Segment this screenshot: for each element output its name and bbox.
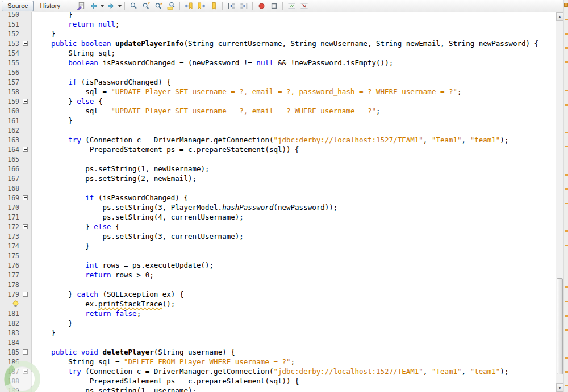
navigate-forward-dropdown[interactable]: [117, 1, 122, 11]
code-line[interactable]: }: [34, 318, 556, 328]
navigate-back-button[interactable]: [87, 1, 99, 11]
warning-mark[interactable]: [565, 19, 568, 20]
find-next-occurrence-button[interactable]: [140, 1, 152, 11]
tab-source[interactable]: Source: [2, 1, 34, 11]
code-line[interactable]: boolean isPasswordChanged = (newPassword…: [34, 58, 556, 68]
fold-collapse-icon[interactable]: [23, 147, 28, 152]
next-bookmark-button[interactable]: [195, 1, 207, 11]
code-editor[interactable]: 1501511521531541551561571581591601611621…: [0, 12, 556, 392]
warning-mark[interactable]: [565, 104, 568, 106]
code-line[interactable]: try (Connection c = DriverManager.getCon…: [34, 135, 556, 145]
gutter-row: 177: [0, 270, 31, 280]
jump-to-last-edit-button[interactable]: [74, 1, 87, 11]
code-line[interactable]: return false;: [34, 309, 556, 318]
code-line[interactable]: int rows = ps.executeUpdate();: [34, 260, 556, 270]
code-line[interactable]: return null;: [34, 19, 556, 29]
warning-mark[interactable]: [565, 33, 568, 35]
arrow-left-icon: [89, 2, 98, 10]
code-line[interactable]: sql = "UPDATE Player SET username = ?, e…: [34, 106, 556, 116]
line-number: 178: [0, 281, 19, 289]
code-line[interactable]: ps.setString(4, currentUsername);: [34, 212, 556, 222]
warning-mark[interactable]: [565, 371, 568, 373]
code-line[interactable]: ex.printStackTrace();: [34, 299, 556, 309]
comment-lines-button[interactable]: [285, 1, 298, 11]
shift-line-left-button[interactable]: [225, 1, 237, 11]
code-line[interactable]: }: [34, 29, 556, 39]
error-stripe-status-icon[interactable]: [564, 3, 568, 7]
fold-collapse-icon[interactable]: [23, 41, 28, 46]
code-line[interactable]: public void deletePlayer(String username…: [34, 347, 556, 357]
navigate-back-dropdown[interactable]: [99, 1, 105, 11]
warning-mark[interactable]: [565, 146, 568, 147]
scroll-down-button[interactable]: ▼: [556, 383, 563, 392]
code-line[interactable]: [34, 338, 556, 347]
fold-collapse-icon[interactable]: [23, 99, 28, 104]
code-line[interactable]: ps.setString(3, PlayerModel.hashPassword…: [34, 203, 556, 212]
code-line[interactable]: [34, 183, 556, 193]
find-selection-button[interactable]: [127, 1, 140, 11]
warning-mark[interactable]: [565, 357, 568, 359]
warning-mark[interactable]: [565, 47, 568, 49]
warning-mark[interactable]: [565, 90, 568, 91]
line-number: 161: [0, 117, 19, 125]
warning-mark[interactable]: [565, 188, 568, 190]
warning-mark[interactable]: [565, 61, 568, 63]
code-line[interactable]: [34, 125, 556, 135]
start-macro-recording-button[interactable]: [255, 1, 268, 11]
warning-mark[interactable]: [565, 329, 568, 331]
code-line[interactable]: if (isPasswordChanged) {: [34, 193, 556, 203]
code-line[interactable]: PreparedStatement ps = c.prepareStatemen…: [34, 376, 556, 386]
code-line[interactable]: if (isPasswordChanged) {: [34, 77, 556, 87]
code-line[interactable]: [34, 154, 556, 164]
stop-macro-recording-button[interactable]: [268, 1, 280, 11]
code-line[interactable]: ps.setString(3, currentUsername);: [34, 231, 556, 241]
code-line[interactable]: return rows > 0;: [34, 270, 556, 280]
warning-mark[interactable]: [565, 286, 568, 288]
code-line[interactable]: try (Connection c = DriverManager.getCon…: [34, 366, 556, 376]
warning-mark[interactable]: [565, 230, 568, 232]
warning-mark[interactable]: [565, 203, 568, 204]
warning-mark[interactable]: [565, 315, 568, 317]
code-line[interactable]: [34, 251, 556, 260]
code-line[interactable]: }: [34, 241, 556, 251]
toggle-highlight-search-button[interactable]: [165, 1, 177, 11]
previous-bookmark-button[interactable]: [182, 1, 195, 11]
navigate-forward-button[interactable]: [105, 1, 117, 11]
find-previous-occurrence-button[interactable]: [152, 1, 165, 11]
scrollbar-thumb[interactable]: [557, 278, 563, 374]
tab-history[interactable]: History: [34, 1, 66, 11]
warning-mark[interactable]: [565, 174, 568, 176]
code-line[interactable]: }: [34, 12, 556, 19]
code-line[interactable]: } else {: [34, 222, 556, 231]
uncomment-lines-button[interactable]: [298, 1, 310, 11]
fold-collapse-icon[interactable]: [23, 292, 28, 297]
code-line[interactable]: }: [34, 116, 556, 125]
code-line[interactable]: ps.setString(1, username);: [34, 386, 556, 392]
fold-collapse-icon[interactable]: [23, 349, 28, 355]
code-line[interactable]: } catch (SQLException ex) {: [34, 289, 556, 299]
warning-mark[interactable]: [565, 301, 568, 302]
warning-mark[interactable]: [565, 385, 568, 386]
code-line[interactable]: public boolean updatePlayerInfo(String c…: [34, 39, 556, 48]
code-line[interactable]: [34, 68, 556, 77]
code-line[interactable]: [34, 280, 556, 289]
toggle-bookmark-button[interactable]: [207, 1, 220, 11]
fold-collapse-icon[interactable]: [23, 369, 28, 374]
code-line[interactable]: } else {: [34, 96, 556, 106]
shift-line-right-button[interactable]: [237, 1, 250, 11]
code-line[interactable]: }: [34, 328, 556, 338]
code-line[interactable]: ps.setString(1, newUsername);: [34, 164, 556, 174]
scroll-up-button[interactable]: ▲: [556, 12, 563, 21]
vertical-scrollbar[interactable]: ▲ ▼: [556, 12, 563, 392]
code-line[interactable]: sql = "UPDATE Player SET username = ?, e…: [34, 87, 556, 96]
code-line[interactable]: String sql = "DELETE FROM Player WHERE u…: [34, 357, 556, 366]
warning-mark[interactable]: [565, 245, 568, 246]
warning-hint-icon[interactable]: [0, 300, 19, 308]
code-line[interactable]: String sql;: [34, 48, 556, 58]
code-pane[interactable]: } return null; } public boolean updatePl…: [32, 12, 556, 392]
warning-mark[interactable]: [565, 132, 568, 133]
code-line[interactable]: PreparedStatement ps = c.prepareStatemen…: [34, 145, 556, 154]
code-line[interactable]: ps.setString(2, newEmail);: [34, 174, 556, 183]
fold-collapse-icon[interactable]: [23, 224, 28, 229]
fold-collapse-icon[interactable]: [23, 195, 28, 200]
